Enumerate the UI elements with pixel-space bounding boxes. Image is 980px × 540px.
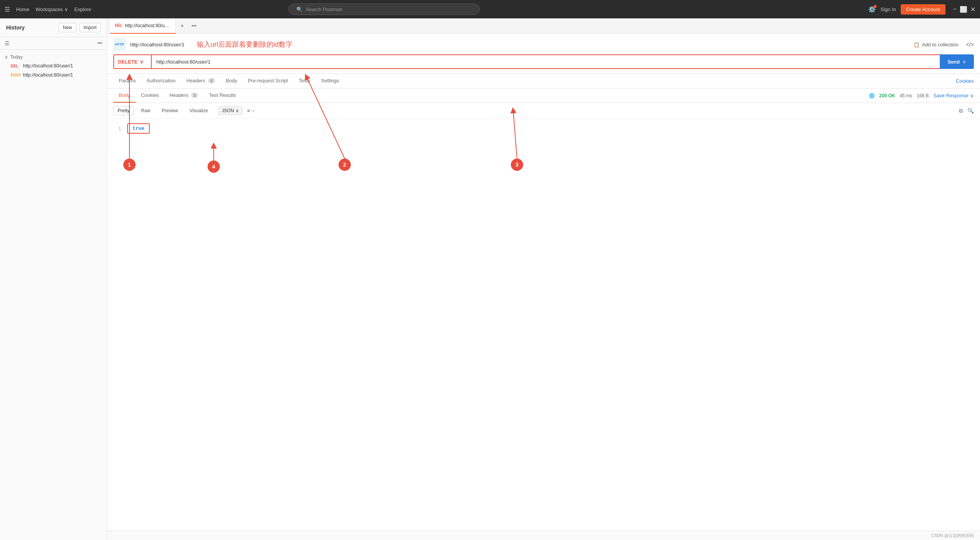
search-icon: 🔍 bbox=[296, 7, 303, 12]
sidebar-actions: New Import bbox=[59, 23, 101, 32]
url-breadcrumb-row: HTTP http://localhost:80/user/1 输入url后面跟… bbox=[113, 38, 974, 51]
sidebar: History New Import ☰ ••• ∨ Today DEL htt… bbox=[0, 18, 107, 540]
search-bar[interactable]: 🔍 Search Postman bbox=[288, 3, 480, 15]
search-code-icon[interactable]: 🔍 bbox=[967, 108, 974, 114]
add-to-collection-button[interactable]: 📋 Add to collection bbox=[910, 40, 961, 49]
tab-url-label: http://localhost:80/user/1 bbox=[125, 23, 171, 28]
globe-icon: 🌐 bbox=[869, 93, 875, 98]
send-button[interactable]: Send ∨ bbox=[940, 54, 974, 69]
response-size: 168 B bbox=[917, 93, 929, 98]
sidebar-header: History New Import bbox=[0, 18, 107, 37]
signin-button[interactable]: Sign In bbox=[880, 7, 896, 12]
code-line-1: 1 true bbox=[113, 123, 974, 134]
request-title-url: http://localhost:80/user/1 bbox=[130, 42, 185, 47]
import-button[interactable]: Import bbox=[79, 23, 101, 32]
res-tab-headers[interactable]: Headers 5 bbox=[164, 88, 204, 103]
request-tabs: Params Authorization Headers 6 Body Pre-… bbox=[107, 74, 980, 88]
status-ok-badge: 200 OK bbox=[879, 93, 895, 98]
post-method-badge: POST bbox=[11, 73, 23, 77]
copy-icon[interactable]: ⧉ bbox=[959, 108, 963, 114]
history-item-post[interactable]: POST http://localhost:80/user/1 bbox=[0, 70, 107, 80]
tab-settings[interactable]: Settings bbox=[316, 74, 344, 88]
tab-bar: DEL http://localhost:80/user/1 + ••• bbox=[107, 18, 980, 34]
request-panel: HTTP http://localhost:80/user/1 输入url后面跟… bbox=[107, 34, 980, 74]
workspaces-link[interactable]: Workspaces ∨ bbox=[36, 7, 68, 12]
sidebar-more-icon[interactable]: ••• bbox=[97, 41, 102, 46]
main-content: DEL http://localhost:80/user/1 + ••• HTT… bbox=[107, 18, 980, 540]
history-group-today: ∨ Today DEL http://localhost:80/user/1 P… bbox=[0, 53, 107, 80]
tab-method-label: DEL bbox=[115, 23, 123, 28]
format-preview[interactable]: Preview bbox=[157, 106, 182, 115]
response-time: 45 ms bbox=[900, 93, 912, 98]
sidebar-content: ∨ Today DEL http://localhost:80/user/1 P… bbox=[0, 50, 107, 540]
format-visualize[interactable]: Visualize bbox=[185, 106, 212, 115]
nav-right: ⚙️ Sign In Create Account − ⬜ ✕ bbox=[868, 4, 975, 15]
http-icon: HTTP bbox=[113, 38, 126, 51]
res-tab-body[interactable]: Body bbox=[113, 88, 136, 103]
footer-text: CSDN @云边的快乐码 bbox=[931, 533, 974, 538]
settings-icon[interactable]: ⚙️ bbox=[868, 6, 876, 13]
tab-prerequest[interactable]: Pre-request Script bbox=[242, 74, 293, 88]
tab-authorization[interactable]: Authorization bbox=[141, 74, 181, 88]
post-url: http://localhost:80/user/1 bbox=[23, 72, 73, 78]
tab-more-icon[interactable]: ••• bbox=[188, 23, 200, 29]
filter-icon[interactable]: ☰ bbox=[5, 40, 10, 46]
tab-tests[interactable]: Tests bbox=[293, 74, 316, 88]
res-tab-cookies[interactable]: Cookies bbox=[136, 88, 164, 103]
url-input[interactable] bbox=[152, 54, 940, 69]
sidebar-title: History bbox=[6, 25, 25, 31]
method-selector[interactable]: DELETE ∨ bbox=[113, 54, 152, 69]
method-chevron-icon: ∨ bbox=[140, 59, 144, 65]
send-chevron-icon[interactable]: ∨ bbox=[963, 60, 965, 64]
add-tab-button[interactable]: + bbox=[176, 23, 188, 29]
sidebar-filter-bar: ☰ ••• bbox=[0, 37, 107, 50]
app-body: History New Import ☰ ••• ∨ Today DEL htt… bbox=[0, 18, 980, 540]
save-response-chevron: ∨ bbox=[970, 93, 974, 98]
response-stats: 🌐 200 OK 45 ms 168 B Save Response ∨ bbox=[869, 93, 974, 98]
close-icon[interactable]: ✕ bbox=[970, 6, 975, 13]
minimize-icon[interactable]: − bbox=[953, 6, 957, 13]
code-icon[interactable]: </> bbox=[966, 41, 974, 47]
cookies-link[interactable]: Cookies bbox=[956, 78, 974, 84]
code-value-true: true bbox=[127, 123, 150, 134]
top-nav: ☰ Home Workspaces ∨ Explore 🔍 Search Pos… bbox=[0, 0, 980, 18]
request-tab-active[interactable]: DEL http://localhost:80/user/1 bbox=[110, 18, 176, 34]
window-controls: − ⬜ ✕ bbox=[953, 6, 975, 13]
response-tabs-row: Body Cookies Headers 5 Test Results 🌐 20… bbox=[107, 88, 980, 103]
code-format-bar: Pretty Raw Preview Visualize JSON ∨ ≡→ ⧉… bbox=[107, 103, 980, 119]
format-pretty[interactable]: Pretty bbox=[113, 106, 134, 115]
chevron-down-icon: ∨ bbox=[5, 54, 8, 60]
request-url-bar: DELETE ∨ Send ∨ bbox=[113, 54, 974, 69]
collection-icon: 📋 bbox=[913, 42, 919, 47]
res-tab-testresults[interactable]: Test Results bbox=[203, 88, 241, 103]
tab-params[interactable]: Params bbox=[113, 74, 141, 88]
format-raw[interactable]: Raw bbox=[137, 106, 154, 115]
menu-icon[interactable]: ☰ bbox=[5, 6, 10, 13]
history-item-del[interactable]: DEL http://localhost:80/user/1 bbox=[0, 61, 107, 70]
new-button[interactable]: New bbox=[59, 23, 76, 32]
tab-body[interactable]: Body bbox=[221, 74, 243, 88]
create-account-button[interactable]: Create Account bbox=[901, 4, 946, 15]
code-body: 1 true bbox=[107, 119, 980, 531]
maximize-icon[interactable]: ⬜ bbox=[960, 6, 967, 13]
http-icon-text: HTTP bbox=[115, 43, 124, 46]
footer: CSDN @云边的快乐码 bbox=[107, 531, 980, 540]
annotation-label: 输入url后面跟着要删除的id数字 bbox=[197, 40, 293, 49]
filter-results-icon[interactable]: ≡→ bbox=[247, 108, 255, 114]
send-button-wrapper: Send ∨ bbox=[940, 54, 974, 69]
explore-link[interactable]: Explore bbox=[74, 7, 91, 12]
del-url: http://localhost:80/user/1 bbox=[23, 63, 73, 69]
save-response-button[interactable]: Save Response ∨ bbox=[933, 93, 974, 98]
response-panel: Body Cookies Headers 5 Test Results 🌐 20… bbox=[107, 88, 980, 531]
del-method-badge: DEL bbox=[11, 64, 23, 68]
language-chevron-icon: ∨ bbox=[236, 108, 239, 113]
line-number-1: 1 bbox=[113, 126, 121, 131]
language-selector[interactable]: JSON ∨ bbox=[218, 106, 242, 115]
tab-headers[interactable]: Headers 6 bbox=[181, 74, 221, 88]
home-link[interactable]: Home bbox=[16, 7, 29, 12]
today-group-header[interactable]: ∨ Today bbox=[0, 53, 107, 61]
code-actions: ⧉ 🔍 bbox=[959, 108, 974, 114]
